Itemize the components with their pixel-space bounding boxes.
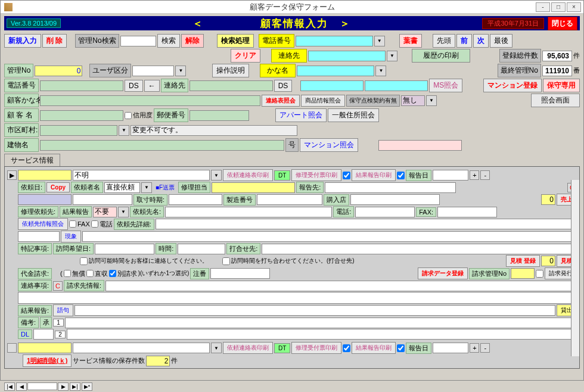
copy-button[interactable]: Copy xyxy=(46,182,70,192)
clear-search-button[interactable]: 解除 xyxy=(181,34,204,48)
result-value[interactable] xyxy=(93,207,117,217)
request-to-info-button[interactable]: 依頼先情報照会 xyxy=(18,218,68,230)
repair-tanto-input[interactable] xyxy=(212,182,295,193)
extra-cyan-input-2[interactable] xyxy=(365,80,428,91)
mgmt-search-input[interactable] xyxy=(120,36,156,46)
billing-to-info-input[interactable] xyxy=(105,281,577,291)
service-info-tab[interactable]: サービス情報 xyxy=(4,154,60,167)
panel-scrollbar[interactable] xyxy=(571,180,579,356)
hagaki-button[interactable]: 葉書 xyxy=(399,34,422,48)
tel-check[interactable]: 電話 xyxy=(91,220,113,229)
estimate-register-button[interactable]: 見積 登録 xyxy=(506,255,540,267)
billing-mgmt-input[interactable] xyxy=(511,268,535,279)
postal-input[interactable] xyxy=(190,110,249,121)
user-class-dropdown[interactable]: ▼ xyxy=(175,66,186,76)
mansion-inquiry-button[interactable]: マンション照会 xyxy=(300,138,358,152)
new-button[interactable]: 新規入力 xyxy=(4,34,41,48)
row2-result-print[interactable]: 結果報告印刷 xyxy=(352,342,396,354)
extra-cyan-input-1[interactable] xyxy=(300,80,364,91)
nav-prev-button[interactable]: 前 xyxy=(456,34,472,48)
city-input[interactable] xyxy=(40,125,117,136)
clear-button[interactable]: クリア xyxy=(231,49,260,63)
request-detail-input[interactable] xyxy=(156,219,577,229)
dt-button[interactable]: DT xyxy=(274,170,290,181)
filter-kana-dropdown[interactable]: ▼ xyxy=(375,66,386,76)
box-2[interactable]: 2 xyxy=(55,331,66,338)
record-selector[interactable]: ▶ xyxy=(7,170,17,180)
delete-detail-button[interactable]: 1明細削除(ｋ) xyxy=(23,354,72,367)
rec-nav-prev[interactable]: ◀ xyxy=(16,382,27,391)
row2-dt[interactable]: DT xyxy=(274,343,290,353)
maintenance-only-button[interactable]: 保守専用 xyxy=(543,79,580,92)
phone-input[interactable] xyxy=(40,80,123,91)
filter-contact-dropdown[interactable]: ▼ xyxy=(387,51,397,61)
filter-phone-input[interactable] xyxy=(296,36,373,46)
rec-nav-pos[interactable] xyxy=(27,382,57,390)
operation-help-button[interactable]: 操作説明 xyxy=(212,64,249,77)
billing-data-register-button[interactable]: 請求データ登録 xyxy=(418,267,468,279)
row2-recv-check[interactable] xyxy=(343,344,350,352)
remark-input-2[interactable] xyxy=(67,329,577,340)
inquiry-screen-button[interactable]: 照会画面 xyxy=(531,94,580,107)
date-input[interactable] xyxy=(18,194,72,205)
row2-status-input[interactable] xyxy=(73,343,210,353)
remark-input-1[interactable] xyxy=(65,318,577,328)
dl-label[interactable]: DL xyxy=(18,329,32,339)
genba-pre-input[interactable] xyxy=(18,231,60,242)
genba-input[interactable] xyxy=(82,231,577,242)
fax-check[interactable]: FAX xyxy=(69,220,90,228)
contact-ds-button[interactable]: DS xyxy=(274,80,293,92)
direct-check[interactable]: 直収 xyxy=(86,269,108,278)
row2-dropdown[interactable]: ▼ xyxy=(211,343,222,353)
address-inquiry-button[interactable]: 一般住所照会 xyxy=(328,108,379,122)
maximize-button[interactable]: □ xyxy=(551,2,566,12)
maint-contract-dropdown[interactable]: ▼ xyxy=(426,95,437,106)
time-input[interactable] xyxy=(178,244,225,254)
report-to-input[interactable] xyxy=(325,182,456,193)
plus-button[interactable]: + xyxy=(470,170,479,180)
user-class-input[interactable] xyxy=(132,66,174,76)
phrase-button[interactable]: 語句 xyxy=(53,304,73,316)
mansion-register-button[interactable]: マンション登録 xyxy=(483,79,542,92)
contact-item-text[interactable] xyxy=(18,292,577,304)
nav-next-button[interactable]: 次 xyxy=(473,34,489,48)
rec-nav-new[interactable]: ▶* xyxy=(82,382,92,391)
filter-contact-input[interactable] xyxy=(308,51,386,61)
recv-check[interactable] xyxy=(343,172,350,179)
row2-minus[interactable]: - xyxy=(480,343,490,353)
report-date-input[interactable] xyxy=(433,170,468,181)
acq-blank-input[interactable] xyxy=(73,194,132,205)
phone-left-button[interactable]: ← xyxy=(144,80,160,92)
ms-inquiry-button[interactable]: MS照会 xyxy=(429,79,462,92)
result-report-print-button[interactable]: 結果報告印刷 xyxy=(352,169,396,181)
nav-last-button[interactable]: 最後 xyxy=(490,34,512,48)
contact-table-inquiry-button[interactable]: 連絡表照会 xyxy=(262,95,300,107)
requester-input[interactable] xyxy=(104,182,140,193)
result-check[interactable] xyxy=(397,172,405,179)
repair-receipt-print-button[interactable]: 修理受付票印刷 xyxy=(291,169,341,181)
history-print-button[interactable]: 履歴の印刷 xyxy=(412,49,470,63)
search-button[interactable]: 検索 xyxy=(157,34,180,48)
top-y-input[interactable] xyxy=(18,170,72,181)
row2-y-input[interactable] xyxy=(18,343,72,353)
separate-billing-check[interactable]: 別請求 xyxy=(109,269,137,278)
delete-button[interactable]: 削 除 xyxy=(42,34,67,48)
visit-note-2-check[interactable] xyxy=(222,257,230,265)
estimate-zero[interactable] xyxy=(541,256,555,266)
mgmt-no-input[interactable] xyxy=(35,66,82,76)
visit-date-input[interactable] xyxy=(95,244,154,254)
genba-button[interactable]: 現象 xyxy=(61,231,81,242)
filter-phone-dropdown[interactable]: ▼ xyxy=(374,36,385,46)
apartment-inquiry-button[interactable]: アパート照会 xyxy=(275,108,327,122)
filter-kana-input[interactable] xyxy=(297,66,374,76)
rec-nav-first[interactable]: |◀ xyxy=(4,382,15,391)
store-input[interactable] xyxy=(350,194,440,205)
free-check[interactable]: 無償 xyxy=(64,269,85,278)
sales-zero-input[interactable] xyxy=(541,194,555,205)
box-1[interactable]: 1 xyxy=(53,319,64,326)
row2-result-check[interactable] xyxy=(397,344,405,352)
result-dropdown[interactable]: ▼ xyxy=(118,207,129,217)
kana-input[interactable] xyxy=(40,95,260,106)
row2-request-print[interactable]: 依頼連絡表印刷 xyxy=(223,342,273,354)
serial-input[interactable] xyxy=(257,194,322,205)
